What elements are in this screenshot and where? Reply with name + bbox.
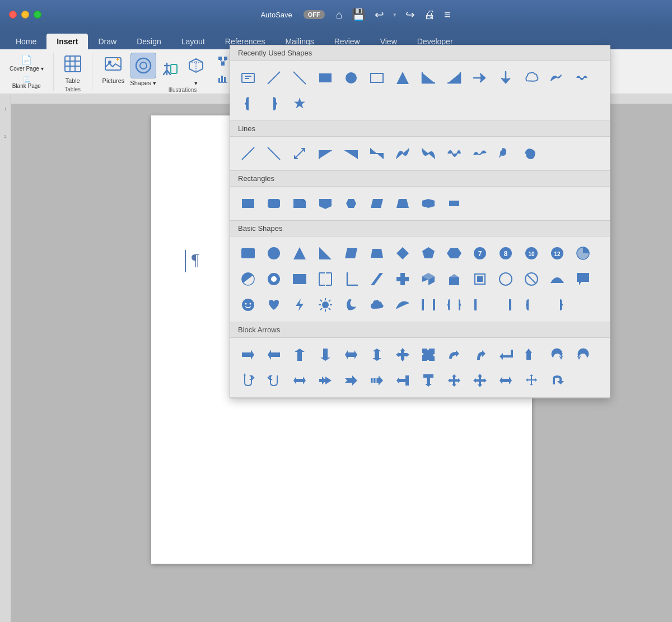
line-elbow[interactable] xyxy=(313,141,338,166)
rect-trapezoid[interactable] xyxy=(390,191,415,216)
close-button[interactable] xyxy=(9,11,17,18)
tab-draw[interactable]: Draw xyxy=(88,34,127,49)
shape-star[interactable] xyxy=(287,91,312,116)
bs-brace-close[interactable] xyxy=(545,293,570,317)
print-icon[interactable]: 🖨 xyxy=(424,8,435,21)
shape-wave1[interactable] xyxy=(545,66,570,90)
ba-left-arrow-callout[interactable] xyxy=(390,368,415,393)
bs-brace-open[interactable] xyxy=(519,293,544,317)
bs-diamond[interactable] xyxy=(390,241,415,266)
shape-arrow-right[interactable] xyxy=(468,66,492,90)
bs-cross[interactable] xyxy=(390,267,415,291)
bs-bracket-open[interactable] xyxy=(468,293,492,317)
bs-heart[interactable] xyxy=(262,293,286,317)
bs-bracket-sq[interactable] xyxy=(416,293,441,317)
bs-triangle[interactable] xyxy=(287,241,312,266)
bs-sun[interactable] xyxy=(313,293,338,317)
ba-striped-arrow[interactable] xyxy=(365,368,389,393)
bs-rect-outline[interactable] xyxy=(287,267,312,291)
undo-dropdown[interactable]: ▾ xyxy=(393,11,396,18)
shape-line-diag1[interactable] xyxy=(262,66,286,90)
rect-hexagon[interactable] xyxy=(339,191,363,216)
bs-bracket-corner[interactable] xyxy=(313,267,338,291)
ba-left-right[interactable] xyxy=(339,342,363,367)
bs-pie[interactable] xyxy=(571,241,595,266)
bs-chord[interactable] xyxy=(236,267,260,291)
bs-brace-curly[interactable] xyxy=(442,293,466,317)
ba-u-turn-arrow[interactable] xyxy=(545,368,570,393)
customize-icon[interactable]: ≡ xyxy=(444,8,451,21)
line-double-arrow[interactable] xyxy=(287,141,312,166)
ba-circular[interactable] xyxy=(545,342,570,367)
rect-folded[interactable] xyxy=(287,191,312,216)
bs-small-square[interactable] xyxy=(468,267,492,291)
table-button[interactable]: Table xyxy=(60,53,85,86)
ba-u-turn3[interactable] xyxy=(262,368,286,393)
shape-textbox[interactable] xyxy=(236,66,260,90)
save-icon[interactable]: 💾 xyxy=(352,8,366,21)
ba-down-arrow-callout[interactable] xyxy=(416,368,441,393)
line-loop[interactable] xyxy=(493,141,518,166)
bs-box[interactable] xyxy=(442,267,466,291)
shape-circle[interactable] xyxy=(339,66,363,90)
ba-left-right-arrow[interactable] xyxy=(493,368,518,393)
ba-curved-right[interactable] xyxy=(442,342,466,367)
bs-smiley[interactable] xyxy=(236,293,260,317)
3d-models-button[interactable] xyxy=(184,53,208,78)
rect-pentagon[interactable] xyxy=(313,191,338,216)
bs-cube[interactable] xyxy=(416,267,441,291)
shape-rect-filled[interactable] xyxy=(313,66,338,90)
bs-lightning[interactable] xyxy=(287,293,312,317)
pictures-button[interactable]: Pictures xyxy=(99,53,128,86)
bs-l-shape[interactable] xyxy=(339,267,363,291)
ba-right[interactable] xyxy=(236,342,260,367)
bs-pentagon[interactable] xyxy=(416,241,441,266)
line-wave[interactable] xyxy=(468,141,492,166)
line-straight[interactable] xyxy=(236,141,260,166)
ba-return[interactable] xyxy=(493,342,518,367)
ba-double-arrow[interactable] xyxy=(287,368,312,393)
ba-u-turn[interactable] xyxy=(468,342,492,367)
shapes-button[interactable] xyxy=(130,53,156,78)
rect-parallelogram[interactable] xyxy=(365,191,389,216)
shape-cloud-callout[interactable] xyxy=(519,66,544,90)
ba-4way-arrow2[interactable] xyxy=(468,368,492,393)
line-elbow2[interactable] xyxy=(339,141,363,166)
line-elbow3[interactable] xyxy=(365,141,389,166)
rect-small[interactable] xyxy=(442,191,466,216)
bs-arc[interactable] xyxy=(545,267,570,291)
autosave-toggle[interactable]: OFF xyxy=(304,10,325,19)
bs-num10[interactable]: 10 xyxy=(519,241,544,266)
bs-hexagon[interactable] xyxy=(442,241,466,266)
minimize-button[interactable] xyxy=(21,11,29,18)
bs-num7[interactable]: 7 xyxy=(468,241,492,266)
ba-corner-up[interactable] xyxy=(519,342,544,367)
ba-4way-move[interactable] xyxy=(519,368,544,393)
shape-line-diag2[interactable] xyxy=(287,66,312,90)
shape-triangle[interactable] xyxy=(390,66,415,90)
rect-plain[interactable] xyxy=(236,191,260,216)
bs-bracket-close[interactable] xyxy=(493,293,518,317)
home-icon[interactable]: ⌂ xyxy=(336,8,343,21)
blank-page-button[interactable]: 📃 Blank Page xyxy=(7,75,46,91)
ba-down[interactable] xyxy=(313,342,338,367)
bs-cloud[interactable] xyxy=(365,293,389,317)
ba-left[interactable] xyxy=(262,342,286,367)
rect-diamond[interactable] xyxy=(416,191,441,216)
shape-corner-right[interactable] xyxy=(416,66,441,90)
bs-circle[interactable] xyxy=(262,241,286,266)
tab-insert[interactable]: Insert xyxy=(46,34,88,49)
bs-num8[interactable]: 8 xyxy=(493,241,518,266)
shape-corner-left[interactable] xyxy=(442,66,466,90)
ba-diagonal-arrows[interactable] xyxy=(416,342,441,367)
shape-brace-left[interactable] xyxy=(236,91,260,116)
rect-rounded[interactable] xyxy=(262,191,286,216)
shape-rect-outline[interactable] xyxy=(365,66,389,90)
line-straight2[interactable] xyxy=(262,141,286,166)
tab-home[interactable]: Home xyxy=(6,34,46,49)
line-curve3[interactable] xyxy=(442,141,466,166)
ba-notched-arrow[interactable] xyxy=(339,368,363,393)
bs-circle-outline[interactable] xyxy=(493,267,518,291)
icons-button[interactable] xyxy=(158,56,182,82)
bs-right-triangle[interactable] xyxy=(313,241,338,266)
